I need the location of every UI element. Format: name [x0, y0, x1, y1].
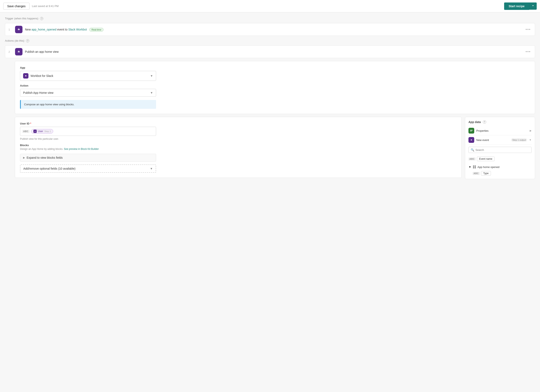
svg-rect-20	[470, 130, 473, 130]
svg-point-9	[18, 51, 19, 52]
action-more-button[interactable]: •••	[525, 50, 531, 54]
trigger-step-row: 1 New app_home_opened event to Slack Wor…	[5, 23, 535, 36]
event-name-abc-tag: ABC	[469, 158, 476, 161]
app-home-header[interactable]: ▼ App home opened	[469, 164, 531, 170]
user-id-section: User ID * ABC User Step 1	[15, 117, 462, 178]
type-chip[interactable]: Type	[481, 171, 491, 176]
search-input[interactable]	[475, 148, 529, 151]
blocks-hint: Design an App Home by adding blocks. See…	[20, 148, 456, 150]
svg-point-2	[18, 29, 19, 30]
properties-icon	[469, 128, 474, 134]
header: Save changes Last saved at 9:41 PM Start…	[0, 0, 540, 12]
user-id-label: User ID *	[20, 122, 456, 125]
app-home-label: App home opened	[478, 165, 499, 169]
new-event-label: New event	[476, 139, 509, 142]
app-select-icon	[23, 73, 29, 79]
action-select-chevron: ▼	[150, 91, 153, 94]
abc-badge: ABC	[22, 130, 30, 133]
action-step-icon	[15, 48, 22, 55]
svg-point-13	[19, 50, 19, 51]
trigger-app-link[interactable]: Slack Workbot	[68, 28, 87, 31]
svg-rect-19	[35, 131, 35, 132]
app-select[interactable]: Workbot for Slack ▼	[20, 71, 156, 81]
svg-point-6	[19, 28, 19, 29]
user-token-pill: User Step 1	[31, 129, 53, 134]
new-event-badge: Step 1 output	[511, 138, 527, 142]
trigger-event-link[interactable]: app_home_opened	[31, 28, 56, 31]
event-name-row: ABC Event name	[469, 155, 531, 162]
header-right: Start recipe	[504, 2, 537, 10]
sidebar-column: App data ? Properties ▶	[465, 117, 535, 181]
add-optional-fields[interactable]: Add/remove optional fields (10 available…	[20, 164, 156, 173]
app-data-help-icon[interactable]: ?	[483, 120, 486, 124]
expand-blocks-label: Expand to view blocks fields	[27, 156, 63, 159]
svg-point-10	[19, 51, 19, 52]
user-id-hint: Publish view for this particular user.	[20, 138, 456, 140]
expand-blocks-row[interactable]: ▶ Expand to view blocks fields	[20, 154, 156, 162]
header-left: Save changes Last saved at 9:41 PM	[3, 3, 59, 10]
new-event-chevron-icon: ▼	[529, 139, 531, 141]
action-step-row: 2 Publish an app home view •••	[5, 45, 535, 58]
trigger-subtitle: (when this happens)	[14, 17, 38, 20]
new-event-item[interactable]: New event Step 1 output ▼	[469, 135, 531, 145]
app-select-value: Workbot for Slack	[30, 74, 53, 78]
block-kit-link[interactable]: See preview in Block Kit Builder	[64, 148, 99, 150]
action-step-number: 2	[9, 50, 13, 53]
trigger-description: New app_home_opened event to Slack Workb…	[25, 28, 525, 31]
app-field-label: App	[20, 66, 530, 69]
action-select[interactable]: Publish App Home view ▼	[20, 89, 156, 97]
optional-fields-label: Add/remove optional fields (10 available…	[23, 167, 75, 170]
trigger-more-button[interactable]: •••	[525, 27, 531, 32]
expand-chevron-icon: ▶	[23, 156, 25, 159]
action-field-label: Action	[20, 84, 530, 87]
app-data-panel: App data ? Properties ▶	[465, 117, 535, 179]
main-column: User ID * ABC User Step 1	[15, 117, 462, 181]
new-event-icon	[469, 137, 474, 143]
blocks-label: Blocks	[20, 144, 456, 147]
actions-subtitle: (do this)	[15, 39, 24, 42]
svg-point-3	[19, 29, 19, 30]
trigger-step-icon	[15, 26, 22, 33]
last-saved-text: Last saved at 9:41 PM	[32, 5, 59, 8]
event-name-chip[interactable]: Event name	[477, 157, 495, 161]
trigger-help-icon[interactable]: ?	[40, 17, 43, 20]
properties-item[interactable]: Properties ▶	[469, 126, 531, 135]
action-config-panel: App Workbot for Slack ▼ Action Publish A…	[15, 61, 535, 114]
svg-rect-4	[18, 30, 19, 30]
start-recipe-dropdown[interactable]	[529, 2, 537, 10]
search-box[interactable]: 🔍	[469, 147, 531, 153]
svg-point-16	[25, 76, 26, 76]
svg-rect-21	[470, 130, 473, 131]
token-step: Step 1	[44, 130, 51, 133]
trigger-header: Trigger (when this happens) ?	[5, 16, 535, 20]
type-abc-tag: ABC	[473, 172, 480, 175]
real-time-badge: Real-time	[89, 28, 104, 31]
trigger-step-number: 1	[9, 28, 13, 31]
properties-chevron-icon: ▶	[530, 129, 531, 132]
optional-fields-chevron: ▼	[150, 167, 153, 170]
svg-point-17	[26, 76, 26, 76]
properties-label: Properties	[476, 129, 528, 132]
start-recipe-button[interactable]: Start recipe	[504, 2, 529, 10]
app-data-header: App data ?	[469, 120, 531, 124]
token-label: User	[38, 130, 43, 133]
info-box: Compose an app home view using blocks.	[20, 100, 156, 109]
svg-rect-22	[470, 131, 472, 131]
svg-rect-24	[471, 139, 472, 140]
user-id-input[interactable]: ABC User Step 1	[20, 127, 156, 136]
action-select-value: Publish App Home view	[23, 91, 53, 94]
app-select-chevron: ▼	[150, 74, 153, 78]
grid-icon	[473, 165, 476, 168]
actions-header: Actions (do this) ?	[5, 39, 535, 42]
main-content: Trigger (when this happens) ? 1 New app	[0, 12, 540, 185]
app-home-section: ▼ App home opened ABC Type	[469, 164, 531, 176]
search-icon: 🔍	[471, 148, 474, 151]
pill-icon	[33, 130, 37, 133]
save-button[interactable]: Save changes	[3, 3, 30, 10]
app-home-collapse-icon: ▼	[469, 165, 471, 169]
required-star: *	[30, 122, 31, 125]
actions-help-icon[interactable]: ?	[26, 39, 29, 42]
action-description: Publish an app home view	[25, 50, 525, 53]
type-row: ABC Type	[469, 170, 531, 176]
svg-rect-11	[18, 52, 19, 52]
